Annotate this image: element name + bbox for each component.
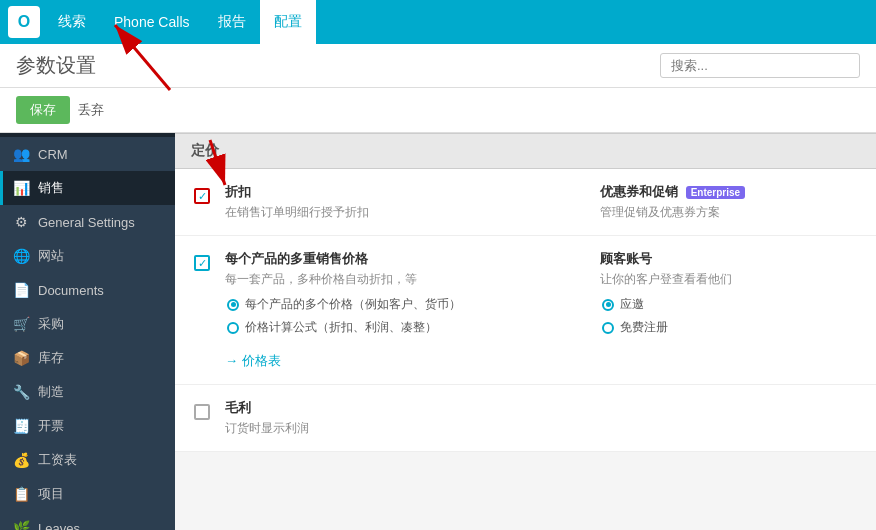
sidebar-item-inventory[interactable]: 📦 库存 xyxy=(0,341,175,375)
margin-text: 毛利 订货时显示利润 xyxy=(225,399,309,437)
top-navigation: O 线索 Phone Calls 报告 配置 xyxy=(0,0,876,44)
sidebar-item-crm[interactable]: 👥 CRM xyxy=(0,137,175,171)
nav-item-peizhi[interactable]: 配置 xyxy=(260,0,316,44)
payroll-icon: 💰 xyxy=(12,451,30,469)
enterprise-badge: Enterprise xyxy=(686,186,745,199)
discount-text: 折扣 在销售订单明细行授予折扣 xyxy=(225,183,369,221)
sidebar-item-invoice[interactable]: 🧾 开票 xyxy=(0,409,175,443)
save-button[interactable]: 保存 xyxy=(16,96,70,124)
margin-checkbox[interactable] xyxy=(194,404,210,420)
customer-invited-label: 应邀 xyxy=(620,296,644,313)
sidebar-label-project: 项目 xyxy=(38,485,64,503)
crm-icon: 👥 xyxy=(12,145,30,163)
sales-icon: 📊 xyxy=(12,179,30,197)
discount-desc: 在销售订单明细行授予折扣 xyxy=(225,204,369,221)
sidebar-label-crm: CRM xyxy=(38,147,68,162)
sidebar-item-project[interactable]: 📋 项目 xyxy=(0,477,175,511)
sub-option-formula-label: 价格计算公式（折扣、利润、凑整） xyxy=(245,319,437,336)
sidebar-label-leaves: Leaves xyxy=(38,521,80,531)
sub-option-multi-label: 每个产品的多个价格（例如客户、货币） xyxy=(245,296,461,313)
invoice-icon: 🧾 xyxy=(12,417,30,435)
general-icon: ⚙ xyxy=(12,213,30,231)
nav-item-baogao[interactable]: 报告 xyxy=(204,0,260,44)
customer-list: 应邀 免费注册 xyxy=(600,296,860,336)
sidebar-item-purchase[interactable]: 🛒 采购 xyxy=(0,307,175,341)
discard-button[interactable]: 丢弃 xyxy=(78,101,104,119)
margin-desc: 订货时显示利润 xyxy=(225,420,309,437)
project-icon: 📋 xyxy=(12,485,30,503)
sidebar-item-website[interactable]: 🌐 网站 xyxy=(0,239,175,273)
sidebar-label-general: General Settings xyxy=(38,215,135,230)
sidebar-item-payroll[interactable]: 💰 工资表 xyxy=(0,443,175,477)
checkbox-area-multiprice[interactable] xyxy=(191,252,213,274)
settings-row-right-discount: 优惠券和促销 Enterprise 管理促销及优惠券方案 xyxy=(580,183,860,221)
settings-row-multiprice: 每个产品的多重销售价格 每一套产品，多种价格自动折扣，等 每个产品的多个价格（例… xyxy=(175,236,876,385)
settings-row-left-multiprice: 每个产品的多重销售价格 每一套产品，多种价格自动折扣，等 每个产品的多个价格（例… xyxy=(191,250,580,370)
sidebar-label-inventory: 库存 xyxy=(38,349,64,367)
sidebar: 👥 CRM 📊 销售 ⚙ General Settings 🌐 网站 📄 Doc… xyxy=(0,133,175,530)
customer-account-desc: 让你的客户登查看看他们 xyxy=(600,271,860,288)
settings-row-right-multiprice: 顾客账号 让你的客户登查看看他们 应邀 免费注册 xyxy=(580,250,860,342)
sidebar-item-documents[interactable]: 📄 Documents xyxy=(0,273,175,307)
multiprice-title: 每个产品的多重销售价格 xyxy=(225,250,461,268)
sidebar-label-website: 网站 xyxy=(38,247,64,265)
sidebar-label-sales: 销售 xyxy=(38,179,64,197)
page-header: 参数设置 xyxy=(0,44,876,88)
website-icon: 🌐 xyxy=(12,247,30,265)
settings-row-discount: 折扣 在销售订单明细行授予折扣 优惠券和促销 Enterprise 管理促销及优… xyxy=(175,169,876,236)
app-logo[interactable]: O xyxy=(8,6,40,38)
sub-option-formula[interactable]: 价格计算公式（折扣、利润、凑整） xyxy=(227,319,461,336)
coupon-title: 优惠券和促销 Enterprise xyxy=(600,183,860,201)
nav-item-xiansuo[interactable]: 线索 xyxy=(44,0,100,44)
customer-account-title: 顾客账号 xyxy=(600,250,860,268)
customer-invited[interactable]: 应邀 xyxy=(602,296,860,313)
sidebar-label-manufacture: 制造 xyxy=(38,383,64,401)
sidebar-label-purchase: 采购 xyxy=(38,315,64,333)
sidebar-item-sales[interactable]: 📊 销售 xyxy=(0,171,175,205)
settings-row-left-margin: 毛利 订货时显示利润 xyxy=(191,399,860,437)
multiprice-sub-options: 每个产品的多个价格（例如客户、货币） 价格计算公式（折扣、利润、凑整） xyxy=(225,296,461,336)
inventory-icon: 📦 xyxy=(12,349,30,367)
sidebar-label-payroll: 工资表 xyxy=(38,451,77,469)
sub-option-multi[interactable]: 每个产品的多个价格（例如客户、货币） xyxy=(227,296,461,313)
radio-invited[interactable] xyxy=(602,299,614,311)
content-area: 定价 折扣 在销售订单明细行授予折扣 优惠券和促销 Enterprise 管理促… xyxy=(175,133,876,530)
documents-icon: 📄 xyxy=(12,281,30,299)
page-title: 参数设置 xyxy=(16,52,96,79)
leaves-icon: 🌿 xyxy=(12,519,30,530)
checkbox-area-discount[interactable] xyxy=(191,185,213,207)
section-header-pricing: 定价 xyxy=(175,133,876,169)
margin-title: 毛利 xyxy=(225,399,309,417)
sidebar-item-general[interactable]: ⚙ General Settings xyxy=(0,205,175,239)
sidebar-label-invoice: 开票 xyxy=(38,417,64,435)
customer-free-label: 免费注册 xyxy=(620,319,668,336)
sidebar-item-leaves[interactable]: 🌿 Leaves xyxy=(0,511,175,530)
sidebar-label-documents: Documents xyxy=(38,283,104,298)
search-input[interactable] xyxy=(660,53,860,78)
multiprice-desc: 每一套产品，多种价格自动折扣，等 xyxy=(225,271,461,288)
radio-free[interactable] xyxy=(602,322,614,334)
multiprice-text: 每个产品的多重销售价格 每一套产品，多种价格自动折扣，等 每个产品的多个价格（例… xyxy=(225,250,461,370)
nav-item-phone-calls[interactable]: Phone Calls xyxy=(100,0,204,44)
checkbox-area-margin[interactable] xyxy=(191,401,213,423)
customer-free[interactable]: 免费注册 xyxy=(602,319,860,336)
sidebar-item-manufacture[interactable]: 🔧 制造 xyxy=(0,375,175,409)
discount-checkbox[interactable] xyxy=(194,188,210,204)
toolbar: 保存 丢弃 xyxy=(0,88,876,133)
multiprice-checkbox[interactable] xyxy=(194,255,210,271)
radio-formula[interactable] xyxy=(227,322,239,334)
main-layout: 👥 CRM 📊 销售 ⚙ General Settings 🌐 网站 📄 Doc… xyxy=(0,133,876,530)
settings-row-margin: 毛利 订货时显示利润 xyxy=(175,385,876,452)
coupon-desc: 管理促销及优惠券方案 xyxy=(600,204,860,221)
price-table-link[interactable]: 价格表 xyxy=(225,352,281,370)
purchase-icon: 🛒 xyxy=(12,315,30,333)
settings-row-left-discount: 折扣 在销售订单明细行授予折扣 xyxy=(191,183,580,221)
discount-title: 折扣 xyxy=(225,183,369,201)
manufacture-icon: 🔧 xyxy=(12,383,30,401)
radio-multi[interactable] xyxy=(227,299,239,311)
